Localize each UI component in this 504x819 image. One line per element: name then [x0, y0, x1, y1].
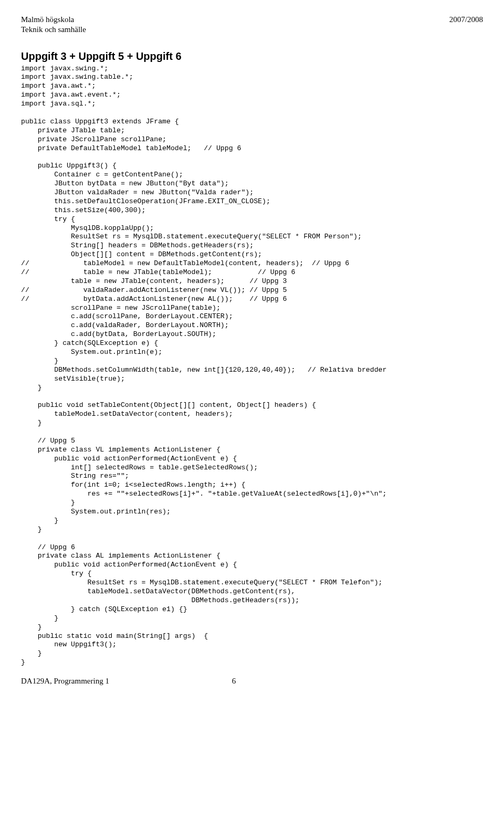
department-name: Teknik och samhälle: [21, 25, 86, 35]
page-footer: DA129A, Programmering 1 6: [21, 677, 483, 686]
page-title: Uppgift 3 + Uppgift 5 + Uppgift 6: [21, 50, 483, 62]
header-left: Malmö högskola Teknik och samhälle: [21, 15, 86, 35]
page-number: 6: [232, 677, 236, 686]
page-header: Malmö högskola Teknik och samhälle 2007/…: [21, 15, 483, 35]
code-block: import javax.swing.*; import javax.swing…: [21, 65, 483, 668]
institution-name: Malmö högskola: [21, 15, 86, 25]
course-code: DA129A, Programmering 1: [21, 677, 109, 685]
academic-year: 2007/2008: [449, 15, 483, 35]
